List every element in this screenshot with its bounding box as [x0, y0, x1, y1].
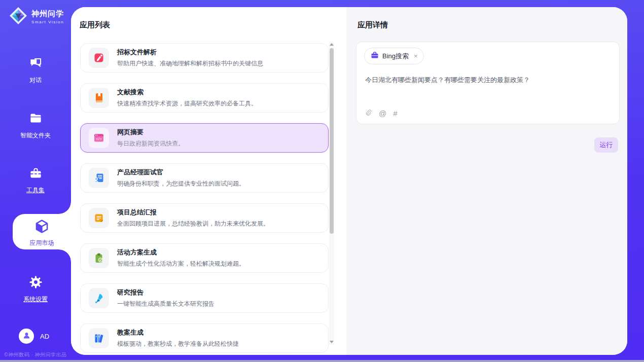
app-card-title: 招标文件解析	[117, 48, 263, 57]
clipboard-check-icon	[89, 248, 109, 268]
gem-diamond-icon	[9, 6, 28, 27]
scroll-up-icon[interactable]	[330, 43, 334, 46]
app-detail-title: 应用详情	[357, 20, 388, 30]
sidebar-item-settings[interactable]: 系统设置	[0, 275, 71, 304]
app-list-title: 应用列表	[80, 20, 110, 30]
app-card-tender-parse[interactable]: 招标文件解析 帮助用户快速、准确地理解和解析招标书中的关键信息	[80, 43, 329, 73]
interviewer-doc-icon	[89, 168, 109, 188]
app-detail-pane: 应用详情 Bing搜索 × 今日湖北有哪些新闻要点？有哪些需要关注的最新政策？	[346, 7, 627, 355]
toolbox-icon	[0, 166, 71, 182]
app-card-desc: 快速精准查找学术资源，提高研究效率的必备工具。	[117, 99, 257, 108]
app-card-title: 项目总结汇报	[117, 208, 269, 217]
sidebar: 神州问学 Smart Vision 对话 智能文件夹	[0, 0, 71, 362]
scrollbar-thumb[interactable]	[330, 48, 334, 234]
research-pen-icon	[89, 288, 109, 308]
sidebar-item-toolset[interactable]: 工具集	[0, 166, 71, 195]
run-button[interactable]: 运行	[594, 137, 618, 153]
tender-edit-icon	[89, 48, 109, 68]
svg-text:</>: </>	[96, 137, 102, 141]
avatar	[19, 329, 34, 344]
sidebar-item-label: 对话	[29, 77, 42, 84]
attachment-icon[interactable]	[365, 108, 372, 118]
query-text[interactable]: 今日湖北有哪些新闻要点？有哪些需要关注的最新政策？	[365, 76, 611, 85]
sidebar-item-chat[interactable]: 对话	[0, 56, 71, 85]
app-card-title: 教案生成	[117, 328, 239, 337]
sidebar-item-smart-folder[interactable]: 智能文件夹	[0, 112, 71, 140]
app-card-title: 活动方案生成	[117, 248, 245, 257]
cube-icon	[13, 219, 71, 236]
sidebar-item-label: 工具集	[26, 187, 45, 194]
app-card-lesson-plan[interactable]: 教案生成 模板驱动，教案秒成，教学准备从此轻松快捷	[80, 323, 329, 353]
sidebar-item-label: 应用市场	[30, 239, 54, 246]
app-card-project-summary[interactable]: 项目总结汇报 全面回顾项目进展，总结经验教训，助力未来优化发展。	[80, 203, 329, 233]
app-card-desc: 明确身份和职责，为您提供专业性的面试问题。	[117, 179, 245, 188]
app-card-title: 研究报告	[117, 288, 214, 297]
sidebar-item-app-market[interactable]: 应用市场	[13, 214, 71, 249]
window-bottom-edge	[0, 360, 644, 362]
app-card-pm-interviewer[interactable]: 产品经理面试官 明确身份和职责，为您提供专业性的面试问题。	[80, 163, 329, 193]
books-icon	[89, 328, 109, 348]
sidebar-item-label: 智能文件夹	[20, 132, 51, 139]
tool-chip-label: Bing搜索	[382, 52, 409, 61]
close-icon[interactable]: ×	[414, 52, 418, 60]
app-card-title: 网页摘要	[117, 128, 184, 137]
tool-chip-bing-search[interactable]: Bing搜索 ×	[364, 48, 424, 64]
briefcase-icon	[371, 51, 379, 61]
app-list-scrollbar[interactable]	[329, 42, 334, 345]
composer-toolbar: @ #	[365, 108, 398, 118]
app-list: 招标文件解析 帮助用户快速、准确地理解和解析招标书中的关键信息 文献搜索 快速精…	[80, 43, 329, 355]
main-panel: 应用列表 招标文件解析 帮助用户快速、准确地理解和解析招标书中的关键信息	[71, 7, 627, 355]
app-card-event-plan[interactable]: 活动方案生成 智能生成个性化活动方案，轻松解决规划难题。	[80, 243, 329, 273]
app-card-literature-search[interactable]: 文献搜索 快速精准查找学术资源，提高研究效率的必备工具。	[80, 83, 329, 113]
app-card-desc: 模板驱动，教案秒成，教学准备从此轻松快捷	[117, 340, 239, 348]
sidebar-item-label: 系统设置	[23, 296, 48, 303]
person-icon	[22, 331, 31, 342]
app-card-research-report[interactable]: 研究报告 一键智能生成高质量长文本研究报告	[80, 283, 329, 313]
user-account[interactable]: AD	[19, 329, 49, 344]
app-card-desc: 帮助用户快速、准确地理解和解析招标书中的关键信息	[117, 59, 263, 68]
gear-icon	[0, 275, 71, 291]
chat-icon	[0, 56, 71, 72]
app-card-desc: 每日政府新闻资讯快查。	[117, 139, 184, 148]
app-card-desc: 智能生成个性化活动方案，轻松解决规划难题。	[117, 260, 245, 268]
app-card-title: 文献搜索	[117, 88, 257, 97]
hash-icon[interactable]: #	[393, 110, 397, 117]
mention-icon[interactable]: @	[379, 110, 386, 117]
brand-logo: 神州问学 Smart Vision	[9, 6, 64, 27]
folder-icon	[0, 112, 71, 127]
app-list-pane: 应用列表 招标文件解析 帮助用户快速、准确地理解和解析招标书中的关键信息	[71, 7, 346, 355]
user-name: AD	[40, 333, 49, 340]
scroll-down-icon[interactable]	[330, 341, 334, 343]
app-card-title: 产品经理面试官	[117, 168, 245, 177]
brand-name: 神州问学	[31, 9, 64, 19]
summary-note-icon	[89, 208, 109, 228]
book-icon	[89, 88, 109, 108]
app-card-web-summary[interactable]: </> 网页摘要 每日政府新闻资讯快查。	[80, 123, 329, 153]
webpage-code-icon: </>	[89, 128, 109, 148]
app-card-desc: 一键智能生成高质量长文本研究报告	[117, 300, 214, 308]
query-input-card[interactable]: Bing搜索 × 今日湖北有哪些新闻要点？有哪些需要关注的最新政策？ @ #	[356, 42, 620, 124]
brand-subtitle: Smart Vision	[31, 20, 64, 24]
copyright-footer: ©神州数码 · 神州问学出品	[0, 351, 71, 358]
app-card-desc: 全面回顾项目进展，总结经验教训，助力未来优化发展。	[117, 220, 269, 228]
